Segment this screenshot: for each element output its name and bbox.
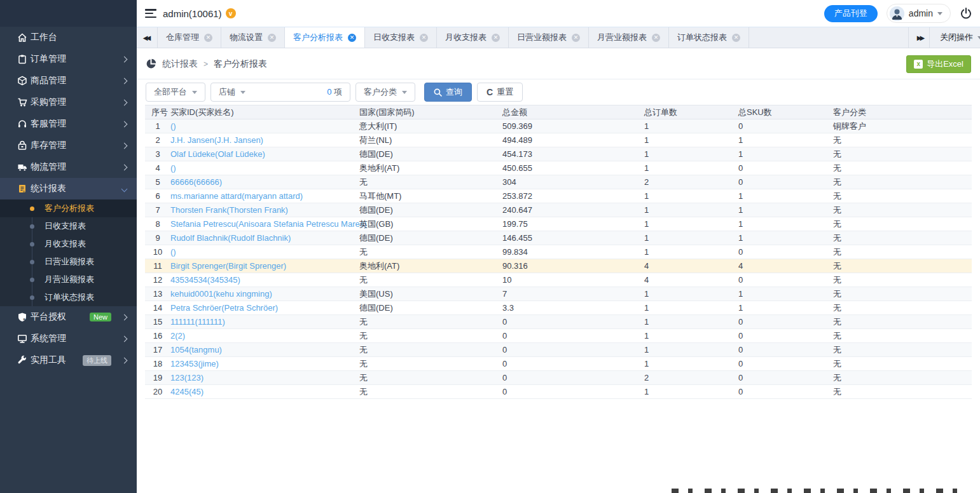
tab-close-icon[interactable]: ✕ [420, 34, 428, 42]
buyer-link[interactable]: Thorsten Frank(Thorsten Frank) [170, 205, 288, 215]
sidebar-item[interactable]: 客服管理 [0, 113, 137, 135]
table-row[interactable]: 11Birgit Sprenger(Birgit Sprenger)奥地利(AT… [145, 259, 972, 273]
table-row[interactable]: 7Thorsten Frank(Thorsten Frank)德国(DE)240… [145, 203, 972, 217]
tab-close-icon[interactable]: ✕ [348, 34, 356, 42]
sidebar-item[interactable]: 统计报表 [0, 178, 137, 199]
table-row[interactable]: 1()意大利(IT)509.36910铜牌客户 [145, 119, 972, 133]
table-row[interactable]: 8Stefania Petrescu(Anisoara Stefania Pet… [145, 217, 972, 231]
search-button[interactable]: 查询 [424, 83, 472, 102]
chevron-right-icon [121, 314, 128, 320]
buyer-link[interactable]: () [170, 121, 176, 131]
customer-class-select[interactable]: 客户分类 [355, 83, 415, 102]
tab[interactable]: 日营业额报表✕ [509, 27, 589, 48]
menu-toggle-icon[interactable] [145, 9, 156, 18]
tab-close-icon[interactable]: ✕ [268, 34, 276, 42]
sidebar-item[interactable]: 工作台 [0, 27, 137, 48]
country-cell: 无 [359, 329, 502, 343]
buyer-link[interactable]: 123(123) [170, 373, 204, 382]
export-excel-button[interactable]: x 导出Excel [906, 55, 971, 73]
buyer-link[interactable]: () [170, 247, 176, 257]
tab[interactable]: 订单状态报表✕ [669, 27, 749, 48]
column-header: 国家(国家简码) [359, 105, 502, 119]
buyer-link[interactable]: ms.marianne attard(maryann attard) [170, 191, 303, 201]
buyer-link[interactable]: 111111(111111) [170, 317, 225, 327]
sidebar-subitem[interactable]: 月收支报表 [0, 235, 137, 253]
tabs-scroll-left-icon[interactable]: ◀◀ [137, 27, 158, 48]
total-amount-cell: 3.3 [502, 301, 644, 315]
product-publish-button[interactable]: 产品刊登 [824, 5, 878, 22]
buyer-link[interactable]: 4245(45) [170, 387, 204, 396]
tab-close-icon[interactable]: ✕ [732, 34, 740, 42]
table-row[interactable]: 566666(66666)无30420无 [145, 175, 972, 189]
sidebar-item[interactable]: 采购管理 [0, 91, 137, 113]
customer-class-cell: 铜牌客户 [833, 119, 972, 133]
table-row[interactable]: 4()奥地利(AT)450.65510无 [145, 161, 972, 175]
buyer-link[interactable]: 2(2) [170, 331, 185, 341]
sidebar-item[interactable]: 库存管理 [0, 135, 137, 156]
table-header: 序号买家ID(买家姓名)国家(国家简码)总金额总订单数总SKU数客户分类 [145, 105, 972, 119]
tab[interactable]: 日收支报表✕ [365, 27, 437, 48]
table-row[interactable]: 2J.H. Jansen(J.H. Jansen)荷兰(NL)494.48911… [145, 133, 972, 147]
sidebar-item[interactable]: 系统管理 [0, 328, 137, 349]
tab[interactable]: 月营业额报表✕ [589, 27, 669, 48]
close-operations-dropdown[interactable]: 关闭操作 [929, 27, 980, 48]
table-row[interactable]: 1243534534(345345)无1040无 [145, 273, 972, 287]
customer-class-cell: 无 [833, 175, 972, 189]
table-row[interactable]: 10()无99.83410无 [145, 245, 972, 259]
logout-power-icon[interactable] [960, 7, 972, 20]
sidebar-subitem[interactable]: 客户分析报表 [0, 199, 137, 217]
buyer-id-cell: () [170, 119, 359, 133]
tab[interactable]: 仓库管理✕ [158, 27, 221, 48]
sidebar-subitem-label: 月收支报表 [45, 238, 86, 250]
sidebar-item[interactable]: 商品管理 [0, 70, 137, 91]
table-row[interactable]: 171054(tangmu)无010无 [145, 343, 972, 357]
table-row[interactable]: 14Petra Schröer(Petra Schröer)德国(DE)3.31… [145, 301, 972, 315]
buyer-link[interactable]: Olaf Lüdeke(Olaf Lüdeke) [170, 149, 265, 159]
buyer-link[interactable]: () [170, 163, 176, 173]
sidebar-item-label: 订单管理 [31, 53, 66, 65]
buyer-link[interactable]: 66666(66666) [170, 177, 222, 187]
tab-close-icon[interactable]: ✕ [204, 34, 212, 42]
tab[interactable]: 客户分析报表✕ [285, 27, 365, 48]
tab-close-icon[interactable]: ✕ [572, 34, 580, 42]
buyer-link[interactable]: Stefania Petrescu(Anisoara Stefania Petr… [170, 219, 367, 229]
sidebar-item[interactable]: 实用工具待上线 [0, 349, 137, 371]
buyer-link[interactable]: kehuid0001(kehu xingming) [170, 289, 272, 299]
table-row[interactable]: 15111111(111111)无010无 [145, 315, 972, 329]
table-row[interactable]: 13kehuid0001(kehu xingming)美国(US)711无 [145, 287, 972, 301]
sidebar-subitem[interactable]: 日营业额报表 [0, 253, 137, 271]
sidebar-subitem[interactable]: 订单状态报表 [0, 288, 137, 306]
tab[interactable]: 月收支报表✕ [437, 27, 509, 48]
buyer-link[interactable]: Birgit Sprenger(Birgit Sprenger) [170, 261, 286, 271]
tab-close-icon[interactable]: ✕ [652, 34, 660, 42]
table-row[interactable]: 6ms.marianne attard(maryann attard)马耳他(M… [145, 189, 972, 203]
sidebar-item[interactable]: 物流管理 [0, 156, 137, 178]
breadcrumb-section[interactable]: 统计报表 [162, 58, 198, 70]
shop-select[interactable]: 店铺 0 项 [210, 83, 350, 102]
tab-close-icon[interactable]: ✕ [492, 34, 500, 42]
platform-select[interactable]: 全部平台 [146, 83, 205, 102]
table-row[interactable]: 9Rudolf Blachnik(Rudolf Blachnik)德国(DE)1… [145, 231, 972, 245]
total-sku-cell: 1 [738, 231, 833, 245]
buyer-link[interactable]: 1054(tangmu) [170, 345, 222, 355]
table-row[interactable]: 162(2)无010无 [145, 329, 972, 343]
table-row[interactable]: 18123453(jime)无010无 [145, 357, 972, 371]
buyer-link[interactable]: J.H. Jansen(J.H. Jansen) [170, 135, 263, 145]
buyer-link[interactable]: 123453(jime) [170, 359, 219, 368]
sidebar-subitem[interactable]: 日收支报表 [0, 217, 137, 235]
tab-label: 月营业额报表 [597, 32, 647, 43]
table-row[interactable]: 19123(123)无020无 [145, 371, 972, 385]
breadcrumb-separator: > [204, 60, 208, 69]
sidebar-subitem[interactable]: 月营业额报表 [0, 271, 137, 288]
tab[interactable]: 物流设置✕ [221, 27, 285, 48]
reset-button[interactable]: C 重置 [477, 83, 523, 102]
sidebar-item[interactable]: a平台授权New [0, 306, 137, 328]
buyer-link[interactable]: Petra Schröer(Petra Schröer) [170, 303, 278, 313]
table-row[interactable]: 3Olaf Lüdeke(Olaf Lüdeke)德国(DE)454.17311… [145, 147, 972, 161]
buyer-link[interactable]: Rudolf Blachnik(Rudolf Blachnik) [170, 233, 291, 243]
tabs-scroll-right-icon[interactable]: ▶▶ [908, 27, 929, 48]
table-row[interactable]: 204245(45)无010无 [145, 385, 972, 399]
sidebar-item[interactable]: 订单管理 [0, 48, 137, 70]
account-menu[interactable]: admin [887, 4, 951, 23]
buyer-link[interactable]: 43534534(345345) [170, 275, 240, 285]
